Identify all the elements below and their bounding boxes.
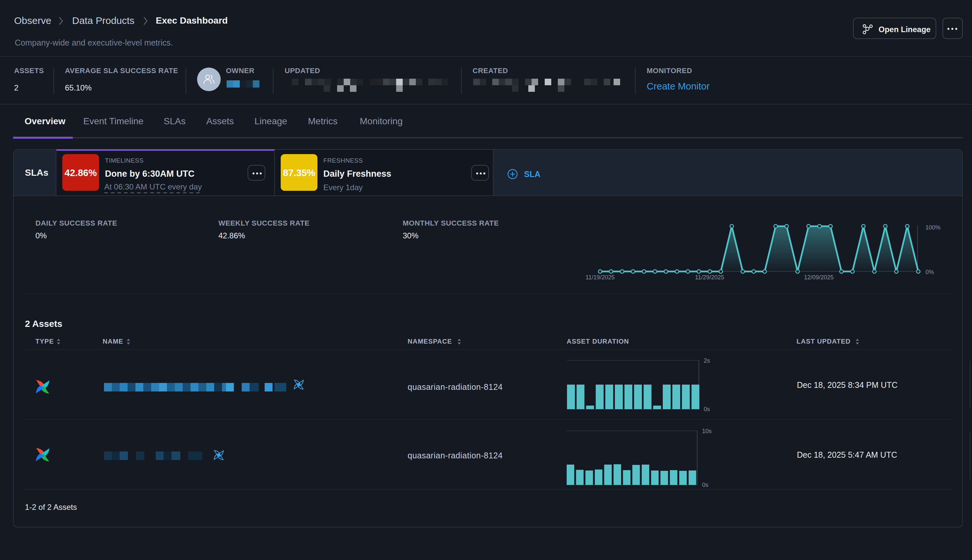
svg-text:11/19/2025: 11/19/2025: [586, 274, 615, 281]
svg-text:11/29/2025: 11/29/2025: [695, 274, 724, 281]
svg-text:12/09/2025: 12/09/2025: [804, 274, 834, 281]
svg-text:0s: 0s: [704, 406, 710, 412]
svg-text:2s: 2s: [704, 357, 710, 364]
svg-text:0s: 0s: [702, 482, 709, 488]
svg-text:100%: 100%: [925, 224, 940, 231]
svg-text:10s: 10s: [702, 428, 712, 435]
svg-text:0%: 0%: [925, 269, 934, 275]
